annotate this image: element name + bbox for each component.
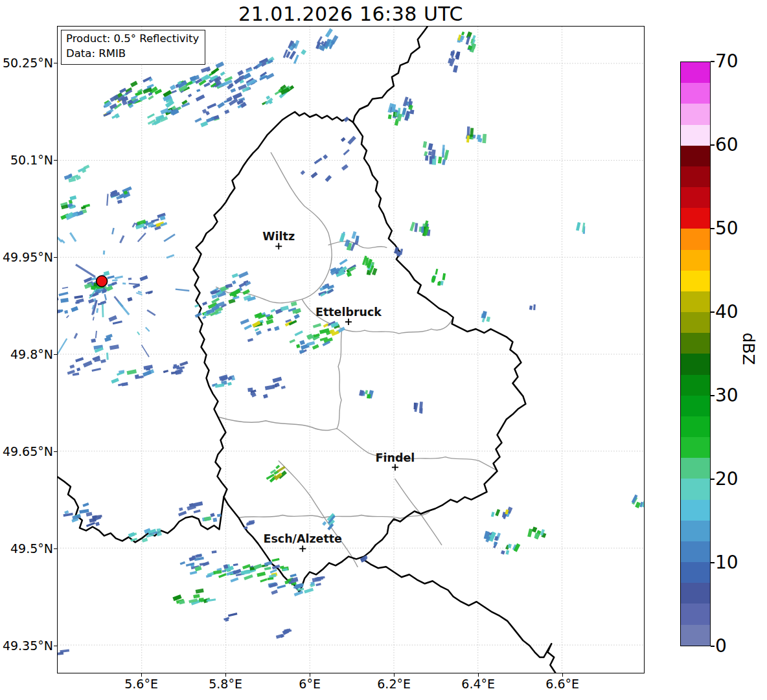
colorbar-segment xyxy=(681,416,710,437)
colorbar-segment xyxy=(681,437,710,458)
lon-tick-label: 6.2°E xyxy=(377,677,411,691)
lon-tick-mark xyxy=(141,673,143,677)
lat-tick-mark xyxy=(54,646,57,647)
colorbar-segment xyxy=(681,541,710,562)
lon-tick-mark xyxy=(562,673,564,677)
colorbar-segment xyxy=(681,625,710,646)
lat-tick-mark xyxy=(54,257,57,258)
city-label: Wiltz xyxy=(262,230,295,243)
lat-tick-label: 49.5°N xyxy=(0,541,53,556)
lon-tick-label: 6°E xyxy=(299,677,321,691)
lon-tick-mark xyxy=(310,673,311,677)
radar-site-dot xyxy=(97,276,108,287)
colorbar-tick-mark xyxy=(711,311,715,313)
lon-tick-label: 5.8°E xyxy=(209,677,242,691)
lon-tick-label: 6.4°E xyxy=(461,677,495,691)
colorbar-segment xyxy=(681,354,710,374)
colorbar-segment xyxy=(681,104,710,124)
colorbar-tick-label: 0 xyxy=(715,635,727,657)
colorbar-tick-mark xyxy=(711,479,715,480)
colorbar-segment xyxy=(681,583,710,604)
colorbar-segment xyxy=(681,271,710,291)
colorbar-segment xyxy=(681,562,710,583)
lon-tick-mark xyxy=(394,673,395,677)
country-borders xyxy=(58,27,555,673)
city-marker xyxy=(299,545,306,552)
map-plot: WiltzEttelbruckFindelEsch/Alzette Produc… xyxy=(57,26,645,673)
city-label: Findel xyxy=(376,451,415,464)
colorbar-tick-mark xyxy=(711,228,715,229)
city-marker xyxy=(275,243,282,249)
lat-tick-mark xyxy=(54,354,57,356)
annotation-product-line: Product: 0.5° Reflectivity xyxy=(66,32,199,47)
colorbar-segment xyxy=(681,333,710,354)
lat-tick-label: 50.1°N xyxy=(0,153,53,167)
colorbar-tick-label: 30 xyxy=(715,385,738,406)
colorbar-segment xyxy=(681,396,710,416)
lat-tick-label: 49.65°N xyxy=(0,444,53,458)
colorbar-segment xyxy=(681,187,710,208)
lat-tick-mark xyxy=(54,160,57,161)
colorbar-tick-mark xyxy=(711,646,715,647)
annotation-data-line: Data: RMIB xyxy=(66,47,199,62)
lon-tick-mark xyxy=(225,673,227,677)
colorbar-tick-mark xyxy=(711,562,715,563)
figure-title: 21.01.2026 16:38 UTC xyxy=(57,3,645,25)
colorbar-segment xyxy=(681,479,710,499)
city-marker xyxy=(392,464,398,471)
colorbar-segment xyxy=(681,500,710,521)
district-borders xyxy=(216,153,496,567)
colorbar-segment xyxy=(681,375,710,396)
colorbar-segment xyxy=(681,250,710,271)
colorbar-tick-mark xyxy=(711,144,715,146)
colorbar-tick-label: 50 xyxy=(715,218,738,239)
colorbar-segment xyxy=(681,83,710,104)
lat-tick-mark xyxy=(54,548,57,550)
colorbar-segment xyxy=(681,291,710,312)
colorbar-tick-label: 40 xyxy=(715,301,738,322)
lon-tick-mark xyxy=(478,673,479,677)
city-marker xyxy=(345,319,352,325)
colorbar-tick-mark xyxy=(711,395,715,396)
lat-tick-label: 49.35°N xyxy=(0,638,53,653)
radar-figure: 21.01.2026 16:38 UTC WiltzEttelbruckFind… xyxy=(0,0,767,700)
colorbar-unit-label: dBZ xyxy=(739,332,758,365)
colorbar-segment xyxy=(681,146,710,166)
colorbar-segment xyxy=(681,521,710,541)
product-annotation: Product: 0.5° Reflectivity Data: RMIB xyxy=(61,30,205,65)
colorbar-segment xyxy=(681,229,710,249)
colorbar-tick-label: 60 xyxy=(715,134,738,155)
colorbar-segment xyxy=(681,604,710,624)
lat-tick-label: 50.25°N xyxy=(0,56,53,70)
colorbar-segment xyxy=(681,208,710,229)
colorbar-segment xyxy=(681,62,710,83)
colorbar-tick-label: 70 xyxy=(715,51,738,72)
echo-layer xyxy=(58,28,644,655)
colorbar-tick-label: 10 xyxy=(715,552,738,573)
lon-tick-label: 5.6°E xyxy=(124,677,158,691)
city-layer: WiltzEttelbruckFindelEsch/Alzette xyxy=(262,230,415,552)
lat-tick-mark xyxy=(54,63,57,64)
colorbar-segment xyxy=(681,166,710,187)
colorbar-tick-mark xyxy=(711,61,715,62)
city-label: Ettelbruck xyxy=(315,306,382,319)
city-label: Esch/Alzette xyxy=(263,532,341,545)
colorbar-segment xyxy=(681,312,710,333)
colorbar-segment xyxy=(681,458,710,479)
lat-tick-label: 49.95°N xyxy=(0,250,53,264)
colorbar xyxy=(680,62,711,646)
lon-tick-label: 6.6°E xyxy=(545,677,579,691)
gridlines xyxy=(58,27,644,673)
colorbar-segment xyxy=(681,125,710,146)
lat-tick-mark xyxy=(54,451,57,453)
colorbar-tick-label: 20 xyxy=(715,468,738,490)
lat-tick-label: 49.8°N xyxy=(0,347,53,361)
map-canvas: WiltzEttelbruckFindelEsch/Alzette xyxy=(58,27,644,673)
